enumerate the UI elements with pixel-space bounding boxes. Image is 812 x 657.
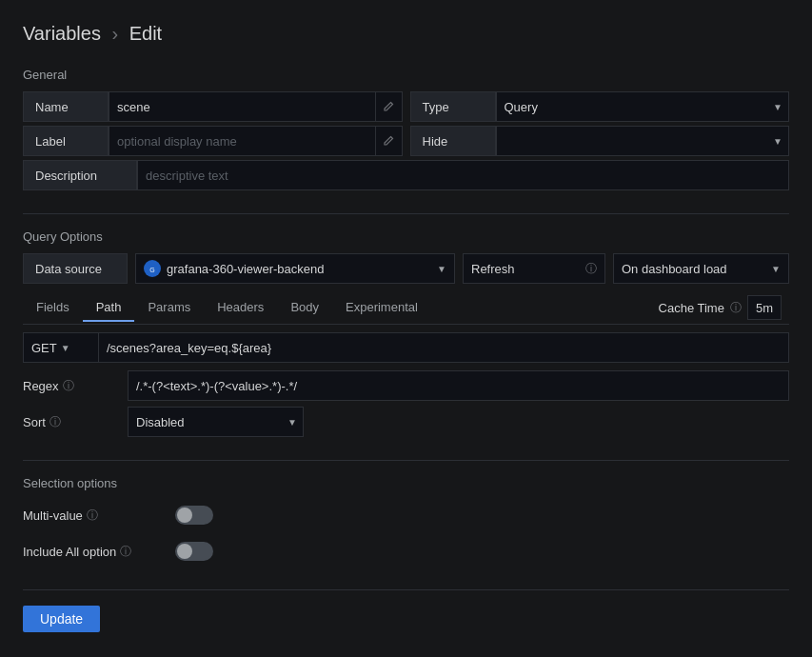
- dashboard-load-select[interactable]: On dashboard load ▼: [613, 253, 789, 284]
- sort-select[interactable]: Disabled Alphabetical (asc) Alphabetical…: [129, 408, 303, 436]
- refresh-select[interactable]: Refresh ⓘ: [463, 253, 605, 284]
- description-input-wrap: [137, 160, 789, 190]
- selection-options-section: Selection options Multi-value ⓘ Include …: [23, 476, 789, 567]
- url-input[interactable]: [99, 332, 789, 363]
- page-title: Variables › Edit: [23, 23, 789, 45]
- datasource-row: Data source G grafana-360-viewer-backend…: [23, 253, 789, 284]
- regex-row: Regex ⓘ: [23, 370, 789, 401]
- refresh-label: Refresh: [471, 262, 582, 276]
- multi-value-label: Multi-value: [23, 508, 83, 523]
- datasource-icon: G: [144, 260, 161, 277]
- description-label: Description: [23, 160, 137, 190]
- include-all-label-wrap: Include All option ⓘ: [23, 544, 175, 560]
- description-input[interactable]: [138, 161, 788, 189]
- multi-value-label-wrap: Multi-value ⓘ: [23, 508, 175, 524]
- dashboard-load-caret-icon: ▼: [771, 264, 781, 274]
- tab-body[interactable]: Body: [277, 294, 332, 322]
- sort-label: Sort: [23, 415, 46, 429]
- sort-info-icon: ⓘ: [50, 414, 61, 430]
- update-button[interactable]: Update: [23, 606, 100, 632]
- breadcrumb-separator: ›: [111, 23, 118, 44]
- regex-input[interactable]: [128, 370, 789, 401]
- include-all-label: Include All option: [23, 545, 116, 559]
- section-divider: [23, 213, 789, 214]
- regex-label: Regex: [23, 379, 59, 393]
- method-url-row: GET ▼: [23, 332, 789, 363]
- name-row: Name: [23, 91, 403, 122]
- multi-value-row: Multi-value ⓘ: [23, 500, 789, 530]
- sort-row: Sort ⓘ Disabled Alphabetical (asc) Alpha…: [23, 407, 789, 437]
- label-input-wrap: [109, 126, 403, 156]
- svg-text:G: G: [149, 267, 154, 273]
- datasource-caret-icon: ▼: [437, 264, 446, 274]
- name-input[interactable]: [109, 92, 375, 121]
- selection-options-label: Selection options: [23, 476, 789, 490]
- regex-info-icon: ⓘ: [63, 378, 74, 394]
- name-input-wrap: [109, 91, 403, 122]
- label-row: Label: [23, 126, 403, 156]
- description-row: Description: [23, 160, 789, 190]
- refresh-info-icon: ⓘ: [585, 261, 597, 277]
- tab-headers[interactable]: Headers: [204, 294, 277, 322]
- cache-time-value[interactable]: 5m: [747, 295, 782, 320]
- cache-time-info-icon: ⓘ: [730, 300, 742, 316]
- hide-select-wrap: Label Variable ▼: [496, 126, 790, 156]
- tab-path[interactable]: Path: [83, 294, 135, 322]
- section-divider-3: [23, 589, 789, 590]
- section-divider-2: [23, 460, 789, 461]
- tab-fields[interactable]: Fields: [23, 294, 83, 322]
- general-section: General Name Type Query Custom Constant …: [23, 68, 789, 190]
- breadcrumb-edit: Edit: [129, 23, 162, 44]
- multi-value-toggle[interactable]: [175, 506, 213, 525]
- include-all-row: Include All option ⓘ: [23, 536, 789, 567]
- path-content: GET ▼ Regex ⓘ Sort ⓘ Disabled Alphabetic…: [23, 325, 789, 437]
- sort-select-wrap: Disabled Alphabetical (asc) Alphabetical…: [128, 407, 304, 437]
- name-edit-icon[interactable]: [375, 92, 402, 121]
- label-edit-icon[interactable]: [375, 127, 402, 155]
- general-section-label: General: [23, 68, 789, 82]
- label-input[interactable]: [109, 127, 375, 155]
- dashboard-load-label: On dashboard load: [622, 262, 767, 276]
- hide-select[interactable]: Label Variable: [497, 127, 789, 155]
- sort-label-wrap: Sort ⓘ: [23, 414, 128, 430]
- hide-label: Hide: [410, 126, 496, 156]
- tab-experimental[interactable]: Experimental: [332, 294, 431, 322]
- tab-params[interactable]: Params: [134, 294, 204, 322]
- breadcrumb-variables[interactable]: Variables: [23, 23, 101, 44]
- type-label: Type: [410, 91, 496, 122]
- query-options-label: Query Options: [23, 229, 789, 244]
- tabs-row: Fields Path Params Headers Body Experime…: [23, 291, 789, 325]
- datasource-select[interactable]: G grafana-360-viewer-backend ▼: [135, 253, 455, 284]
- type-row: Type Query Custom Constant ▼: [410, 91, 790, 122]
- cache-time-area: Cache Time ⓘ 5m: [651, 291, 789, 324]
- include-all-info-icon: ⓘ: [120, 544, 131, 560]
- method-label: GET: [31, 341, 57, 355]
- datasource-label: Data source: [23, 253, 128, 284]
- regex-label-wrap: Regex ⓘ: [23, 378, 128, 394]
- type-select-wrap: Query Custom Constant ▼: [496, 91, 790, 122]
- include-all-toggle[interactable]: [175, 542, 213, 561]
- name-label: Name: [23, 91, 109, 122]
- method-select[interactable]: GET ▼: [23, 332, 99, 363]
- query-options-section: Query Options Data source G grafana-360-…: [23, 229, 789, 437]
- label-label: Label: [23, 126, 109, 156]
- hide-row: Hide Label Variable ▼: [410, 126, 790, 156]
- type-select[interactable]: Query Custom Constant: [497, 92, 789, 121]
- method-caret-icon: ▼: [61, 343, 70, 353]
- multi-value-info-icon: ⓘ: [87, 508, 98, 524]
- cache-time-label: Cache Time: [659, 301, 724, 315]
- datasource-name: grafana-360-viewer-backend: [167, 262, 431, 276]
